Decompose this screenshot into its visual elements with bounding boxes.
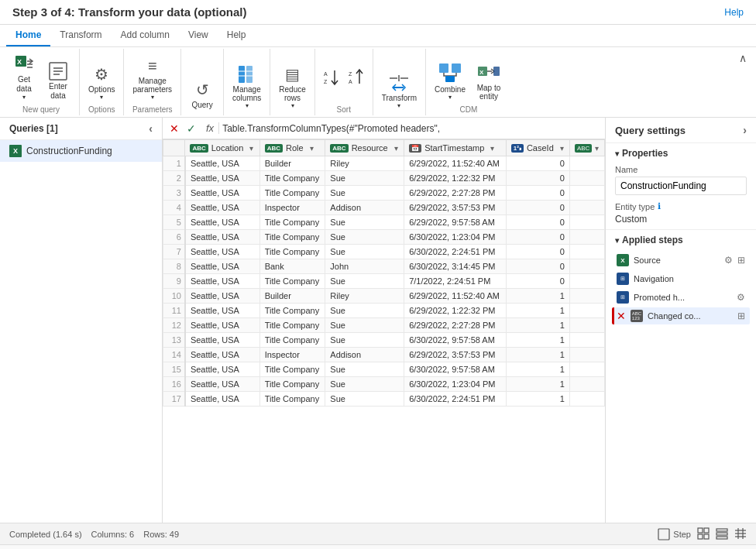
ribbon-group-manage-columns: Managecolumns ▾ (224, 49, 270, 115)
col-dropdown-role[interactable]: ▾ (310, 144, 314, 153)
sort-az-icon: AZ (322, 68, 341, 87)
tab-transform[interactable]: Transform (50, 25, 111, 46)
step-changed-label: Changed co... (648, 311, 733, 321)
view-icon-2[interactable] (716, 527, 728, 541)
ribbon-group-label-query (186, 112, 218, 114)
manage-columns-button[interactable]: Managecolumns ▾ (229, 60, 265, 112)
cell-role: Inspector (259, 201, 325, 215)
col-header-role[interactable]: ABC Role ▾ (259, 140, 325, 156)
step-source-settings-icon[interactable]: ⚙ (724, 255, 733, 266)
help-button[interactable]: Help (724, 7, 744, 18)
step-changed-delete-icon[interactable]: ✕ (617, 310, 626, 322)
name-input[interactable] (615, 177, 747, 195)
tab-view[interactable]: View (179, 25, 218, 46)
bottom-bar: Back Next Cancel (0, 544, 756, 549)
cell-rownum: 15 (163, 362, 185, 377)
cell-caseid: 0 (506, 201, 569, 215)
cell-location: Seattle, USA (185, 171, 259, 186)
queries-header: Queries [1] ‹ (0, 118, 162, 140)
col-dropdown-extra[interactable]: ▾ (595, 144, 599, 153)
col-dropdown-caseid[interactable]: ▾ (560, 144, 564, 153)
cell-caseid: 0 (506, 245, 569, 259)
cell-start: 6/29/2022, 9:57:58 AM (404, 215, 507, 230)
cell-caseid: 1 (506, 362, 569, 377)
tab-home[interactable]: Home (6, 25, 50, 46)
col-type-icon-resource: ABC (330, 144, 348, 153)
sort-az-button[interactable]: AZ (320, 65, 343, 90)
col-header-location[interactable]: ABC Location ▾ (185, 140, 259, 156)
cell-resource: Sue (325, 274, 404, 289)
ribbon-group-label-transform (378, 112, 421, 114)
cell-resource: Sue (325, 392, 404, 407)
col-dropdown-location[interactable]: ▾ (249, 144, 253, 153)
view-icon-3[interactable] (734, 527, 747, 541)
step-changed-columns[interactable]: ✕ ABC123 Changed co... ⊞ (612, 307, 750, 324)
tab-help[interactable]: Help (218, 25, 256, 46)
cell-start: 6/29/2022, 2:27:28 PM (404, 318, 507, 333)
applied-steps-header[interactable]: ▾ Applied steps (606, 229, 756, 250)
cell-resource: Sue (325, 318, 404, 333)
options-button[interactable]: ⚙ Options ▾ (84, 60, 119, 104)
query-button[interactable]: ↺ Query (186, 76, 218, 112)
status-bar: Completed (1.64 s) Columns: 6 Rows: 49 S… (0, 523, 756, 544)
reduce-rows-button[interactable]: ▤ Reducerows ▾ (275, 60, 309, 112)
step-source-nav-icon[interactable]: ⊞ (737, 255, 745, 266)
col-dropdown-start[interactable]: ▾ (490, 144, 494, 153)
table-row: 16 Seattle, USA Title Company Sue 6/30/2… (163, 377, 605, 392)
combine-label: Combine (435, 85, 466, 94)
step-promoted-headers[interactable]: ⊞ Promoted h... ⚙ (612, 289, 750, 306)
cell-location: Seattle, USA (185, 392, 259, 407)
svg-rect-6 (239, 66, 245, 83)
step-changed-nav-icon[interactable]: ⊞ (737, 311, 745, 321)
step-navigation-label: Navigation (634, 274, 745, 283)
col-header-extra[interactable]: ABC ▾ (569, 140, 604, 156)
col-dropdown-resource[interactable]: ▾ (394, 144, 398, 153)
data-table-container[interactable]: ABC Location ▾ ABC Role ▾ (163, 139, 605, 523)
cell-resource: Sue (325, 333, 404, 348)
entity-type-label: Entity type (615, 202, 655, 211)
cell-caseid: 0 (506, 274, 569, 289)
cell-extra (569, 392, 604, 407)
col-type-icon-location: ABC (190, 144, 208, 153)
step-navigation[interactable]: ⊞ Navigation (612, 270, 750, 287)
get-data-button[interactable]: X Getdata ▾ (8, 50, 40, 104)
sort-za-button[interactable]: ZA (345, 65, 368, 90)
map-to-entity-button[interactable]: X Map toentity (471, 56, 507, 104)
data-table: ABC Location ▾ ABC Role ▾ (163, 139, 605, 407)
svg-text:X: X (479, 69, 484, 76)
col-type-icon-role: ABC (265, 144, 283, 153)
queries-collapse-icon[interactable]: ‹ (149, 122, 153, 135)
step-source[interactable]: X Source ⚙ ⊞ (612, 252, 750, 269)
cell-resource: Sue (325, 304, 404, 318)
cell-location: Seattle, USA (185, 304, 259, 318)
ribbon-collapse-button[interactable]: ∧ (733, 49, 753, 115)
cell-location: Seattle, USA (185, 156, 259, 171)
main-area: Queries [1] ‹ X ConstructionFunding ✕ ✓ … (0, 118, 756, 523)
combine-button[interactable]: Combine ▾ (431, 57, 469, 104)
cell-location: Seattle, USA (185, 348, 259, 362)
tab-add-column[interactable]: Add column (112, 25, 179, 46)
right-panel-expand-icon[interactable]: › (743, 124, 747, 136)
formula-cancel-icon[interactable]: ✕ (167, 122, 181, 135)
transform-button[interactable]: Transform ▾ (378, 69, 421, 112)
view-icon-1[interactable] (697, 527, 710, 541)
enter-data-button[interactable]: Enterdata (42, 57, 74, 104)
status-rows: Rows: 49 (143, 530, 179, 539)
col-header-caseid[interactable]: 1²₃ CaseId ▾ (506, 140, 569, 156)
step-promoted-settings-icon[interactable]: ⚙ (737, 292, 745, 303)
queries-panel: Queries [1] ‹ X ConstructionFunding (0, 118, 163, 523)
ribbon-group-parameters: ≡ Manageparameters ▾ Parameters (124, 49, 181, 115)
col-header-resource[interactable]: ABC Resource ▾ (325, 140, 404, 156)
query-item-construction-funding[interactable]: X ConstructionFunding (0, 140, 162, 162)
cell-start: 6/30/2022, 2:24:51 PM (404, 245, 507, 259)
col-header-starttimestamp[interactable]: 📅 StartTimestamp ▾ (404, 140, 507, 156)
formula-confirm-icon[interactable]: ✓ (184, 122, 198, 135)
properties-section-header[interactable]: ▾ Properties (606, 143, 756, 163)
manage-parameters-button[interactable]: ≡ Manageparameters ▾ (129, 52, 176, 104)
formula-bar: ✕ ✓ fx (163, 118, 605, 139)
cell-resource: Addison (325, 201, 404, 215)
step-icon-status[interactable]: Step (658, 528, 691, 540)
formula-input[interactable] (222, 123, 600, 134)
cell-role: Title Company (259, 318, 325, 333)
reduce-rows-icon: ▤ (280, 63, 305, 85)
